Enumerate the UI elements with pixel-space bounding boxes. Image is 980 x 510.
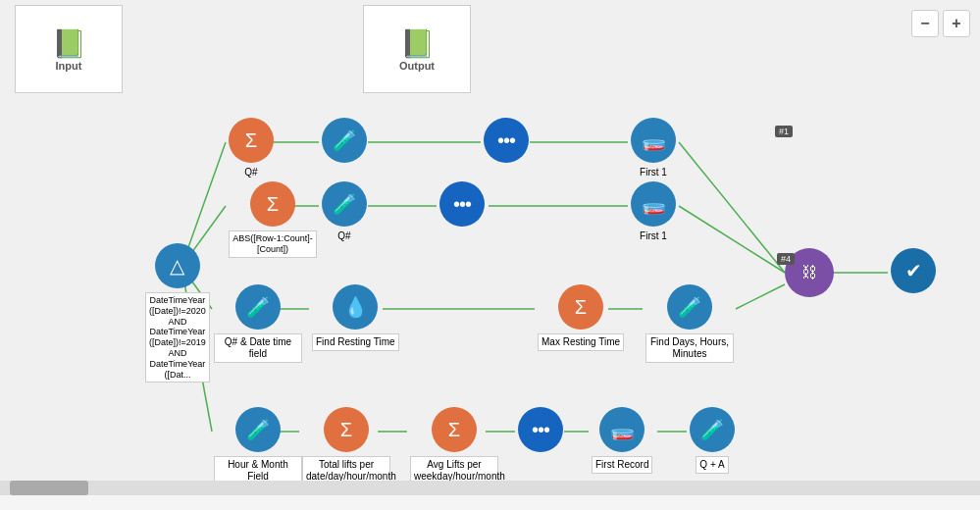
sum2-icon: Σ bbox=[267, 193, 279, 216]
lab5-circle: 🧪 bbox=[235, 407, 281, 452]
summarize2-label: ABS([Row-1:Count]-[Count]) bbox=[229, 230, 317, 258]
dots3-node[interactable]: ••• bbox=[518, 407, 563, 452]
svg-line-11 bbox=[679, 206, 785, 273]
dots3-icon: ••• bbox=[532, 419, 549, 441]
lab4-node[interactable]: 🧪 Find Days, Hours, Minutes bbox=[645, 284, 734, 363]
zoom-controls: − + bbox=[911, 10, 970, 37]
summarize1-node[interactable]: Σ Q# bbox=[229, 118, 274, 178]
zoom-in-button[interactable]: + bbox=[943, 10, 970, 37]
check-circle: ✔ bbox=[891, 248, 936, 293]
tube1-circle: 🧫 bbox=[631, 118, 676, 163]
lab3-circle: 🧪 bbox=[235, 284, 281, 330]
lab2-node[interactable]: 🧪 Q# bbox=[322, 181, 367, 242]
tube2-node[interactable]: 🧫 First 1 bbox=[631, 181, 676, 242]
water-icon: 💧 bbox=[343, 295, 368, 319]
water-circle: 💧 bbox=[333, 284, 378, 330]
check-icon: ✔ bbox=[905, 259, 922, 282]
summarize5-node[interactable]: Σ Avg Lifts per weekday/hour/month bbox=[410, 407, 498, 485]
badge4: #4 bbox=[777, 253, 795, 265]
check-node[interactable]: ✔ bbox=[891, 248, 936, 293]
sum4-icon: Σ bbox=[340, 419, 352, 441]
lab6-label: Q + A bbox=[696, 456, 728, 474]
summarize3-label: Max Resting Time bbox=[538, 333, 624, 351]
lab4-circle: 🧪 bbox=[667, 284, 712, 330]
summarize5-circle: Σ bbox=[432, 407, 477, 452]
lab2-icon: 🧪 bbox=[333, 192, 357, 216]
summarize3-circle: Σ bbox=[558, 284, 603, 330]
water-label: Find Resting Time bbox=[312, 333, 399, 351]
dots2-icon: ••• bbox=[453, 193, 471, 216]
filter-icon: △ bbox=[170, 254, 184, 278]
lab1-node[interactable]: 🧪 bbox=[322, 118, 367, 163]
dots2-circle: ••• bbox=[439, 181, 485, 227]
dots1-node[interactable]: ••• bbox=[484, 118, 529, 163]
tube2-label: First 1 bbox=[640, 230, 667, 242]
join-icon: ⛓ bbox=[801, 264, 817, 281]
horizontal-scrollbar[interactable] bbox=[0, 481, 980, 495]
summarize2-circle: Σ bbox=[250, 181, 295, 227]
lab4-label: Find Days, Hours, Minutes bbox=[645, 333, 734, 363]
sum5-icon: Σ bbox=[448, 419, 460, 441]
lab3-node[interactable]: 🧪 Q# & Date time field bbox=[214, 284, 302, 363]
lab6-circle: 🧪 bbox=[690, 407, 735, 452]
tube1-label: First 1 bbox=[640, 167, 667, 178]
lab3-label: Q# & Date time field bbox=[214, 333, 302, 363]
sum3-icon: Σ bbox=[575, 296, 587, 319]
water-node[interactable]: 💧 Find Resting Time bbox=[312, 284, 399, 351]
lab5-node[interactable]: 🧪 Hour & Month Field bbox=[214, 407, 302, 485]
scrollbar-thumb[interactable] bbox=[10, 481, 88, 495]
lab2-label: Q# bbox=[337, 230, 350, 242]
lab2-circle: 🧪 bbox=[322, 181, 367, 227]
lab6-icon: 🧪 bbox=[700, 418, 725, 441]
summarize3-node[interactable]: Σ Max Resting Time bbox=[538, 284, 624, 351]
tube3-circle: 🧫 bbox=[599, 407, 645, 452]
svg-line-10 bbox=[679, 142, 785, 273]
summarize1-label: Q# bbox=[244, 167, 257, 178]
sum-icon: Σ bbox=[245, 129, 257, 152]
dots3-circle: ••• bbox=[518, 407, 563, 452]
tube1-icon: 🧫 bbox=[642, 128, 666, 152]
summarize1-circle: Σ bbox=[229, 118, 274, 163]
input-icon: 📗 bbox=[52, 27, 86, 60]
svg-line-15 bbox=[736, 284, 785, 309]
output-icon: 📗 bbox=[400, 27, 435, 60]
summarize4-circle: Σ bbox=[324, 407, 369, 452]
lab5-icon: 🧪 bbox=[246, 418, 271, 441]
tube3-label: First Record bbox=[592, 456, 652, 474]
tube2-circle: 🧫 bbox=[631, 181, 676, 227]
tube3-node[interactable]: 🧫 First Record bbox=[592, 407, 652, 474]
badge1: #1 bbox=[775, 126, 793, 137]
output-label: Output bbox=[399, 60, 435, 72]
tube1-node[interactable]: 🧫 First 1 bbox=[631, 118, 676, 178]
summarize2-node[interactable]: Σ ABS([Row-1:Count]-[Count]) bbox=[229, 181, 317, 258]
dots1-icon: ••• bbox=[497, 129, 515, 152]
lab1-circle: 🧪 bbox=[322, 118, 367, 163]
output-box: 📗 Output bbox=[363, 5, 471, 93]
tube2-icon: 🧫 bbox=[642, 192, 666, 216]
input-box: 📗 Input bbox=[15, 5, 123, 93]
lab3-icon: 🧪 bbox=[246, 295, 271, 319]
workflow-canvas[interactable]: 📗 Input 📗 Output △ DateTimeYear([Date])!… bbox=[0, 0, 980, 495]
lab1-icon: 🧪 bbox=[333, 128, 357, 152]
summarize4-node[interactable]: Σ Total lifts per date/day/hour/month bbox=[302, 407, 390, 485]
lab6-node[interactable]: 🧪 Q + A bbox=[690, 407, 735, 474]
dots2-node[interactable]: ••• bbox=[439, 181, 485, 227]
filter-node[interactable]: △ DateTimeYear([Date])!=2020ANDDateTimeY… bbox=[145, 243, 210, 382]
zoom-out-button[interactable]: − bbox=[911, 10, 939, 37]
filter-label: DateTimeYear([Date])!=2020ANDDateTimeYea… bbox=[145, 292, 210, 382]
lab4-icon: 🧪 bbox=[678, 295, 702, 319]
input-label: Input bbox=[56, 60, 82, 72]
tube3-icon: 🧫 bbox=[610, 418, 635, 441]
dots1-circle: ••• bbox=[484, 118, 529, 163]
filter-circle: △ bbox=[155, 243, 200, 288]
